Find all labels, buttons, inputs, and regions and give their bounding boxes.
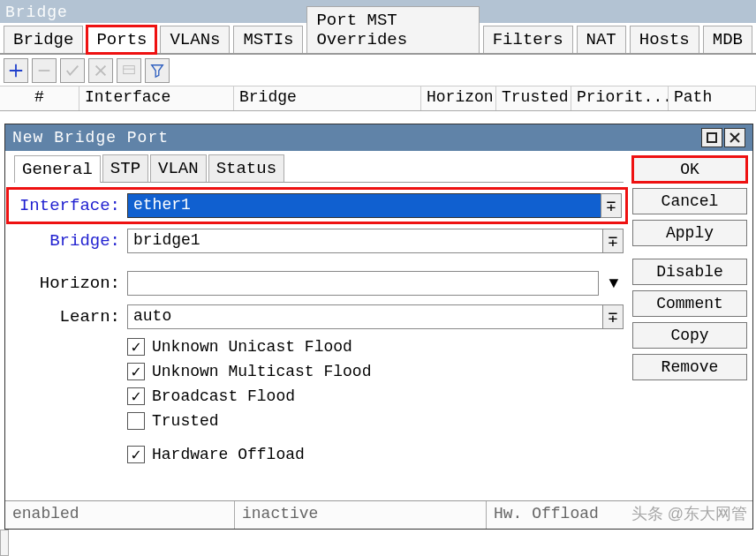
- comment-dialog-button[interactable]: Comment: [632, 290, 747, 317]
- tab-vlans[interactable]: VLANs: [160, 26, 230, 53]
- learn-dropdown-arrow[interactable]: ∓: [602, 304, 624, 329]
- chevron-down-icon: ∓: [609, 307, 618, 327]
- dialog-tabs: General STP VLAN Status: [14, 154, 624, 183]
- tab-mstis[interactable]: MSTIs: [233, 26, 303, 53]
- interface-row: Interface: ether1 ∓: [11, 192, 624, 220]
- col-number[interactable]: #: [0, 86, 79, 110]
- comment-button[interactable]: [117, 58, 141, 83]
- interface-input-wrap: ether1 ∓: [127, 193, 622, 218]
- toolbar: [0, 55, 756, 86]
- unknown-unicast-row: ✓ Unknown Unicast Flood: [127, 338, 624, 356]
- inner-tab-vlan[interactable]: VLAN: [150, 154, 207, 182]
- inner-tab-stp[interactable]: STP: [102, 154, 148, 182]
- inner-tab-general[interactable]: General: [14, 155, 101, 183]
- dialog-body: General STP VLAN Status Interface: ether…: [5, 151, 752, 500]
- bridge-row: Bridge: bridge1 ∓: [14, 229, 624, 253]
- minimize-button[interactable]: [701, 128, 722, 147]
- chevron-down-icon: ∓: [609, 231, 618, 251]
- parent-statusbar-edge: [0, 530, 9, 556]
- col-interface[interactable]: Interface: [79, 86, 234, 110]
- tab-nat[interactable]: NAT: [577, 26, 626, 53]
- minus-icon: [36, 63, 52, 79]
- svg-rect-0: [124, 65, 135, 73]
- triangle-down-icon: ▼: [609, 274, 619, 292]
- trusted-checkbox[interactable]: [127, 412, 145, 430]
- chevron-down-icon: ∓: [607, 196, 616, 215]
- horizon-expand-arrow[interactable]: ▼: [604, 271, 624, 296]
- unknown-multicast-checkbox[interactable]: ✓: [127, 363, 145, 380]
- tab-port-mst-overrides[interactable]: Port MST Overrides: [306, 6, 479, 53]
- window-title: Bridge: [5, 4, 68, 21]
- bridge-label: Bridge:: [14, 231, 120, 251]
- svg-rect-2: [707, 133, 716, 142]
- inner-tab-status[interactable]: Status: [208, 154, 284, 182]
- hw-offload-label: Hardware Offload: [152, 446, 305, 463]
- horizon-input-wrap: ▼: [127, 271, 624, 296]
- watermark: 头条 @东大网管: [631, 503, 747, 524]
- learn-label: Learn:: [14, 307, 120, 327]
- dialog-titlebar[interactable]: New Bridge Port: [5, 124, 752, 151]
- status-enabled: enabled: [5, 501, 235, 529]
- horizon-row: Horizon: ▼: [14, 271, 624, 296]
- dialog-form: General STP VLAN Status Interface: ether…: [5, 151, 631, 500]
- horizon-input[interactable]: [127, 271, 599, 296]
- tab-hosts[interactable]: Hosts: [630, 26, 699, 53]
- unknown-multicast-label: Unknown Multicast Flood: [152, 363, 371, 380]
- tab-filters[interactable]: Filters: [483, 26, 573, 53]
- interface-select[interactable]: ether1: [127, 193, 601, 218]
- interface-label: Interface:: [14, 196, 120, 215]
- bridge-dropdown-arrow[interactable]: ∓: [602, 229, 624, 253]
- broadcast-row: ✓ Broadcast Flood: [127, 387, 624, 405]
- bridge-select[interactable]: bridge1: [127, 229, 603, 253]
- close-button[interactable]: [724, 128, 745, 147]
- broadcast-checkbox[interactable]: ✓: [127, 387, 145, 405]
- tab-ports[interactable]: Ports: [87, 26, 156, 54]
- learn-row: Learn: auto ∓: [14, 304, 624, 329]
- trusted-row: Trusted: [127, 412, 624, 430]
- hw-offload-row: ✓ Hardware Offload: [127, 446, 624, 463]
- new-bridge-port-dialog: New Bridge Port General STP VLAN Status …: [4, 124, 753, 530]
- unknown-unicast-checkbox[interactable]: ✓: [127, 338, 145, 356]
- note-icon: [121, 63, 137, 79]
- x-icon: [93, 63, 109, 79]
- disable-button[interactable]: [88, 58, 113, 83]
- unknown-unicast-label: Unknown Unicast Flood: [152, 338, 352, 356]
- col-horizon[interactable]: Horizon: [421, 86, 496, 110]
- tab-bridge[interactable]: Bridge: [4, 26, 83, 53]
- ok-button[interactable]: OK: [632, 156, 747, 183]
- col-bridge[interactable]: Bridge: [234, 86, 421, 110]
- table-header: # Interface Bridge Horizon Trusted Prior…: [0, 86, 756, 111]
- bridge-input-wrap: bridge1 ∓: [127, 229, 624, 253]
- check-icon: [64, 63, 80, 79]
- remove-button[interactable]: [32, 58, 57, 83]
- disable-dialog-button[interactable]: Disable: [632, 259, 747, 285]
- learn-select[interactable]: auto: [127, 304, 603, 329]
- broadcast-label: Broadcast Flood: [152, 387, 295, 405]
- learn-input-wrap: auto ∓: [127, 304, 624, 329]
- filter-button[interactable]: [145, 58, 170, 83]
- hw-offload-checkbox[interactable]: ✓: [127, 446, 145, 463]
- funnel-icon: [149, 63, 165, 79]
- close-icon: [729, 131, 741, 144]
- status-inactive: inactive: [235, 501, 487, 529]
- col-path[interactable]: Path: [669, 86, 756, 110]
- copy-button[interactable]: Copy: [632, 322, 747, 349]
- tab-mdb[interactable]: MDB: [703, 26, 752, 53]
- cancel-button[interactable]: Cancel: [632, 188, 747, 214]
- horizon-label: Horizon:: [14, 274, 120, 293]
- interface-dropdown-arrow[interactable]: ∓: [601, 193, 622, 218]
- add-button[interactable]: [4, 58, 28, 83]
- plus-icon: [8, 63, 24, 79]
- remove-dialog-button[interactable]: Remove: [632, 354, 747, 380]
- col-priority[interactable]: Priorit...: [571, 86, 669, 110]
- enable-button[interactable]: [60, 58, 85, 83]
- square-icon: [706, 131, 718, 144]
- main-tabs: Bridge Ports VLANs MSTIs Port MST Overri…: [0, 23, 756, 55]
- col-trusted[interactable]: Trusted: [496, 86, 571, 110]
- trusted-label: Trusted: [152, 412, 219, 430]
- dialog-buttons: OK Cancel Apply Disable Comment Copy Rem…: [631, 151, 752, 500]
- apply-button[interactable]: Apply: [632, 220, 747, 246]
- dialog-title: New Bridge Port: [12, 129, 699, 147]
- unknown-multicast-row: ✓ Unknown Multicast Flood: [127, 363, 624, 380]
